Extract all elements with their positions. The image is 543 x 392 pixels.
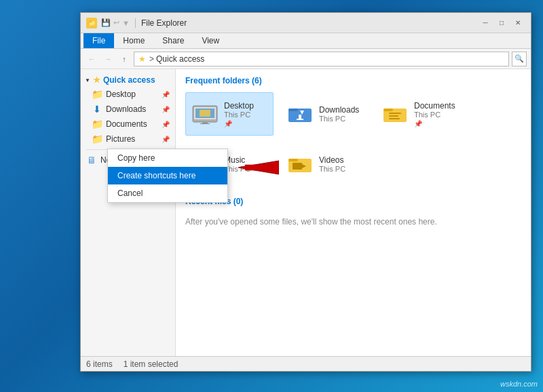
file-explorer-window: 📁 💾 ↩ ▼ File Explorer ─ □ ✕ File Home Sh…	[80, 12, 531, 372]
folder-videos-subtitle: This PC	[319, 165, 345, 173]
breadcrumb-star: ★	[138, 54, 146, 64]
folder-item-documents[interactable]: Documents This PC 📌	[375, 92, 464, 136]
svg-rect-10	[299, 115, 301, 119]
pin-icon-documents: 📌	[162, 121, 170, 128]
svg-rect-4	[200, 110, 210, 117]
back-button[interactable]: ←	[85, 52, 98, 66]
videos-big-icon	[286, 151, 314, 178]
separator	[135, 18, 136, 28]
sidebar-quick-access-label: Quick access	[103, 75, 155, 85]
recent-files-section: Recent files (0) After you've opened som…	[185, 197, 521, 232]
watermark: wskdn.com	[500, 380, 538, 388]
search-input[interactable]: 🔍	[512, 52, 527, 66]
folder-desktop-info: Desktop This PC 📌	[224, 101, 254, 128]
folder-videos-info: Videos This PC	[319, 155, 345, 173]
title-bar: 📁 💾 ↩ ▼ File Explorer ─ □ ✕	[81, 13, 531, 33]
tab-share[interactable]: Share	[153, 33, 193, 48]
close-button[interactable]: ✕	[510, 17, 525, 29]
svg-rect-6	[200, 123, 210, 124]
window-icon: 📁	[86, 18, 97, 28]
window-controls: ─ □ ✕	[478, 17, 525, 29]
context-menu-cancel[interactable]: Cancel	[108, 184, 227, 202]
tab-home[interactable]: Home	[114, 33, 153, 48]
up-button[interactable]: ↑	[117, 52, 131, 66]
folder-item-downloads[interactable]: Downloads This PC	[280, 92, 369, 136]
folder-desktop-subtitle: This PC	[224, 111, 254, 119]
sidebar-item-desktop[interactable]: 📁 Desktop 📌	[81, 87, 175, 102]
svg-rect-13	[383, 109, 393, 111]
sidebar-documents-label: Documents	[106, 119, 147, 129]
downloads-big-icon	[286, 100, 314, 128]
main-area: ▼ ★ Quick access 📁 Desktop 📌 ⬇ Downloads…	[81, 69, 531, 356]
sidebar-item-pictures[interactable]: 📁 Pictures 📌	[81, 132, 175, 146]
pin-icon-pictures: 📌	[162, 136, 170, 143]
breadcrumb-current: Quick access	[156, 54, 204, 64]
pin-icon-desktop: 📌	[162, 91, 170, 98]
tab-view[interactable]: View	[193, 33, 228, 48]
sidebar-downloads-label: Downloads	[106, 104, 146, 114]
window-title: File Explorer	[141, 18, 187, 28]
undo-icon: ↩	[113, 18, 119, 27]
selected-info: 1 item selected	[124, 359, 179, 369]
content-area: Frequent folders (6)	[176, 69, 531, 356]
sidebar-desktop-label: Desktop	[106, 90, 136, 99]
chevron-icon: ▼	[85, 77, 90, 83]
svg-rect-8	[288, 109, 298, 111]
title-bar-left: 📁 💾 ↩ ▼ File Explorer	[86, 18, 187, 28]
pin-icon-downloads: 📌	[162, 106, 170, 113]
folder-documents-info: Documents This PC 📌	[414, 101, 455, 128]
folder-desktop-name: Desktop	[224, 101, 254, 111]
documents-big-icon	[381, 100, 409, 128]
minimize-button[interactable]: ─	[478, 17, 493, 29]
context-menu-copy-here[interactable]: Copy here	[108, 149, 227, 167]
svg-rect-15	[389, 115, 398, 117]
ribbon-tabs: File Home Share View	[81, 33, 531, 48]
maximize-button[interactable]: □	[494, 17, 509, 29]
pictures-folder-icon: 📁	[92, 134, 102, 144]
address-path[interactable]: ★ > Quick access	[134, 52, 509, 66]
star-icon: ★	[93, 75, 100, 85]
breadcrumb-arrow: >	[149, 54, 154, 64]
quick-save-icon: 💾	[101, 18, 111, 27]
svg-rect-21	[288, 159, 298, 161]
context-menu: Copy here Create shortcuts here Cancel	[107, 149, 228, 203]
ribbon: File Home Share View	[81, 33, 531, 49]
recent-files-title: Recent files (0)	[185, 197, 521, 206]
folder-documents-name: Documents	[414, 101, 455, 111]
svg-rect-11	[297, 119, 303, 120]
tab-file[interactable]: File	[83, 33, 114, 48]
sidebar-pictures-label: Pictures	[106, 134, 135, 144]
folder-videos-name: Videos	[319, 155, 345, 165]
folder-documents-pin: 📌	[414, 120, 455, 128]
network-icon: 🖥	[86, 155, 97, 165]
frequent-folders-title: Frequent folders (6)	[185, 76, 521, 85]
folder-downloads-info: Downloads This PC	[319, 105, 359, 123]
forward-button[interactable]: →	[101, 52, 115, 66]
documents-folder-icon: 📁	[92, 119, 102, 130]
folder-desktop-pin: 📌	[224, 120, 254, 128]
context-menu-create-shortcuts[interactable]: Create shortcuts here	[108, 167, 227, 184]
address-bar: ← → ↑ ★ > Quick access 🔍	[81, 49, 531, 69]
sidebar-item-documents[interactable]: 📁 Documents 📌	[81, 117, 175, 132]
svg-rect-5	[202, 122, 208, 123]
dropdown-arrow-icon: ▼	[122, 19, 130, 27]
folder-documents-subtitle: This PC	[414, 111, 455, 119]
svg-rect-22	[293, 163, 302, 170]
folders-grid: Desktop This PC 📌	[185, 92, 521, 186]
sidebar-quick-access[interactable]: ▼ ★ Quick access	[81, 73, 175, 87]
folder-item-videos[interactable]: Videos This PC	[280, 142, 369, 186]
svg-rect-14	[389, 113, 401, 114]
desktop-big-icon	[191, 100, 219, 128]
downloads-folder-icon: ⬇	[92, 104, 102, 115]
sidebar-item-downloads[interactable]: ⬇ Downloads 📌	[81, 102, 175, 117]
folder-downloads-subtitle: This PC	[319, 115, 359, 123]
desktop-folder-icon: 📁	[92, 89, 102, 100]
svg-rect-16	[389, 118, 400, 119]
folder-item-desktop[interactable]: Desktop This PC 📌	[185, 92, 274, 136]
sidebar: ▼ ★ Quick access 📁 Desktop 📌 ⬇ Downloads…	[81, 69, 176, 356]
status-bar: 6 items 1 item selected	[81, 356, 531, 371]
recent-empty-text: After you've opened some files, we'll sh…	[185, 212, 521, 232]
items-count: 6 items	[86, 359, 113, 369]
folder-downloads-name: Downloads	[319, 105, 359, 115]
